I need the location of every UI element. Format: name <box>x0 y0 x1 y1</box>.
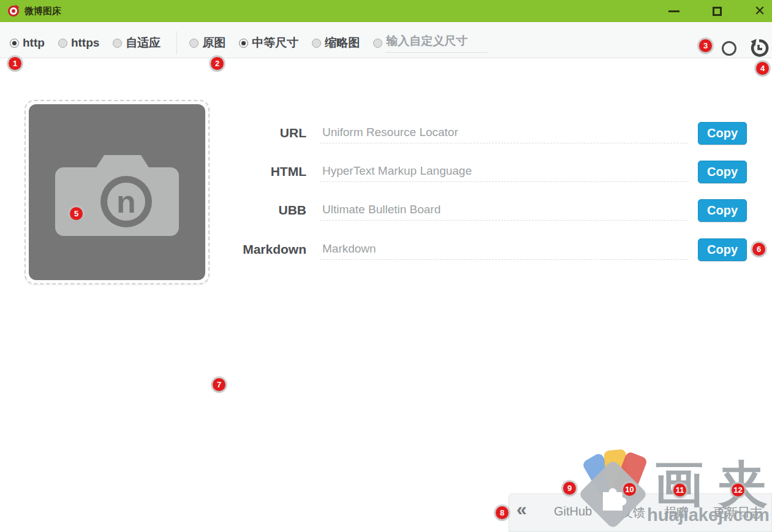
url-copy-button[interactable]: Copy <box>698 122 747 145</box>
minimize-button[interactable] <box>663 0 685 22</box>
toolbar: http https 自适应 原图 中等尺寸 缩略图 输入自定义尺寸 <box>0 22 772 58</box>
minimize-icon <box>668 10 679 12</box>
radio-http-label: http <box>23 36 45 50</box>
radio-adaptive-button[interactable] <box>113 39 122 48</box>
radio-https-button[interactable] <box>58 39 67 48</box>
markdown-copy-button[interactable]: Copy <box>698 238 747 261</box>
annotation-badge-10: 10 <box>623 483 636 496</box>
annotation-badge-7: 7 <box>213 378 225 391</box>
radio-http[interactable]: http <box>10 36 45 50</box>
field-row-html: HTML Copy <box>0 161 772 184</box>
url-label: URL <box>0 122 306 144</box>
radio-custom-size-button[interactable] <box>373 39 382 48</box>
ubb-copy-button[interactable]: Copy <box>698 199 747 222</box>
custom-size-input[interactable]: 输入自定义尺寸 <box>386 33 487 53</box>
close-icon: ✕ <box>754 3 765 19</box>
radio-adaptive-label: 自适应 <box>126 35 161 51</box>
ubb-input[interactable] <box>320 199 687 221</box>
radio-original-size-button[interactable] <box>189 39 199 48</box>
html-label: HTML <box>0 161 306 183</box>
annotation-badge-6: 6 <box>752 243 765 256</box>
radio-thumbnail-label: 缩略图 <box>325 35 360 51</box>
annotation-badge-11: 11 <box>673 484 686 496</box>
radio-thumbnail[interactable]: 缩略图 <box>312 35 360 51</box>
titlebar: 微博图床 <box>0 0 772 22</box>
radio-medium-size-label: 中等尺寸 <box>252 35 298 51</box>
radio-thumbnail-button[interactable] <box>312 39 321 48</box>
maximize-icon <box>713 7 722 16</box>
watermark-fan-blue <box>581 452 621 498</box>
toolbar-icons <box>722 38 770 59</box>
radio-medium-size-button[interactable] <box>239 39 248 48</box>
annotation-badge-3: 3 <box>699 39 712 52</box>
feedback-link[interactable]: 反馈 <box>621 504 645 521</box>
maximize-button[interactable] <box>706 0 728 22</box>
radio-https[interactable]: https <box>58 36 99 50</box>
window-title: 微博图床 <box>25 6 61 17</box>
radio-http-button[interactable] <box>10 39 19 48</box>
markdown-label: Markdown <box>0 238 306 260</box>
changelog-link[interactable]: 更新日志 <box>713 504 762 521</box>
annotation-badge-9: 9 <box>563 482 576 495</box>
html-input[interactable] <box>320 161 687 182</box>
annotation-badge-5: 5 <box>70 207 83 220</box>
field-row-markdown: Markdown Copy <box>0 238 772 262</box>
html-copy-button[interactable]: Copy <box>698 161 747 183</box>
github-link[interactable]: GitHub <box>554 504 592 519</box>
field-row-url: URL Copy <box>0 122 772 145</box>
toolbar-separator <box>176 31 177 55</box>
radio-custom-size[interactable]: 输入自定义尺寸 <box>373 33 487 53</box>
annotation-badge-2: 2 <box>211 57 224 70</box>
history-icon[interactable] <box>749 38 770 59</box>
annotation-badge-12: 12 <box>732 484 744 496</box>
collapse-chevrons-icon[interactable]: « <box>517 499 527 519</box>
annotation-badge-1: 1 <box>9 57 21 70</box>
footer-panel: « GitHub 反馈 捐赠 更新日志 <box>509 493 772 532</box>
radio-medium-size[interactable]: 中等尺寸 <box>239 35 298 51</box>
annotation-badge-4: 4 <box>756 62 769 75</box>
url-input[interactable] <box>320 122 687 143</box>
close-button[interactable]: ✕ <box>749 0 771 22</box>
donate-link[interactable]: 捐赠 <box>664 504 689 521</box>
ubb-label: UBB <box>0 199 306 221</box>
markdown-input[interactable] <box>320 238 687 260</box>
annotation-badge-8: 8 <box>496 506 509 519</box>
weibo-logo-icon <box>7 5 20 17</box>
radio-original-size[interactable]: 原图 <box>189 35 225 51</box>
radio-https-label: https <box>71 36 99 50</box>
circle-icon[interactable] <box>722 41 736 56</box>
radio-adaptive[interactable]: 自适应 <box>113 35 161 51</box>
radio-original-size-label: 原图 <box>202 35 225 51</box>
field-row-ubb: UBB Copy <box>0 199 772 222</box>
